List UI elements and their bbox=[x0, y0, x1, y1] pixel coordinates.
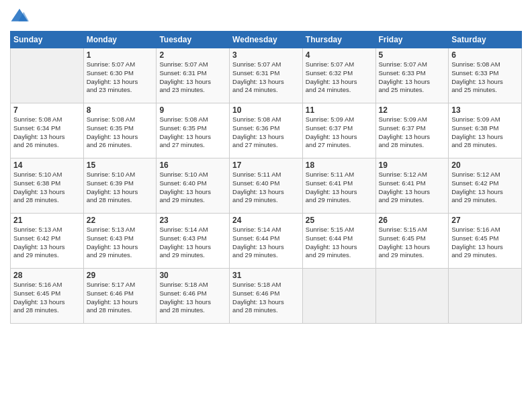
day-number: 11 bbox=[306, 105, 373, 115]
day-number: 25 bbox=[306, 216, 373, 225]
day-info: Sunrise: 5:14 AMSunset: 6:44 PMDaylight:… bbox=[232, 226, 300, 260]
calendar-cell: 16Sunrise: 5:10 AMSunset: 6:40 PMDayligh… bbox=[157, 158, 230, 214]
calendar-cell: 12Sunrise: 5:09 AMSunset: 6:37 PMDayligh… bbox=[375, 103, 449, 158]
header-row: SundayMondayTuesdayWednesdayThursdayFrid… bbox=[11, 32, 522, 48]
day-header-monday: Monday bbox=[83, 32, 157, 48]
calendar-cell: 29Sunrise: 5:17 AMSunset: 6:46 PMDayligh… bbox=[83, 269, 157, 324]
day-info: Sunrise: 5:10 AMSunset: 6:38 PMDaylight:… bbox=[13, 171, 81, 205]
calendar-cell: 18Sunrise: 5:11 AMSunset: 6:41 PMDayligh… bbox=[302, 158, 375, 214]
day-number: 1 bbox=[87, 50, 154, 60]
week-row-2: 7Sunrise: 5:08 AMSunset: 6:34 PMDaylight… bbox=[11, 103, 522, 158]
day-header-friday: Friday bbox=[375, 32, 449, 48]
day-number: 18 bbox=[306, 161, 373, 170]
day-number: 27 bbox=[451, 216, 519, 225]
calendar-cell: 27Sunrise: 5:16 AMSunset: 6:45 PMDayligh… bbox=[449, 214, 522, 269]
calendar-cell: 21Sunrise: 5:13 AMSunset: 6:42 PMDayligh… bbox=[11, 214, 84, 269]
day-info: Sunrise: 5:13 AMSunset: 6:43 PMDaylight:… bbox=[87, 226, 154, 260]
calendar-cell: 6Sunrise: 5:08 AMSunset: 6:33 PMDaylight… bbox=[449, 48, 522, 103]
day-info: Sunrise: 5:15 AMSunset: 6:44 PMDaylight:… bbox=[306, 226, 373, 260]
day-number: 29 bbox=[87, 271, 154, 280]
calendar-cell: 23Sunrise: 5:14 AMSunset: 6:43 PMDayligh… bbox=[157, 214, 230, 269]
day-number: 14 bbox=[13, 161, 81, 170]
day-number: 9 bbox=[159, 105, 226, 115]
calendar-cell: 13Sunrise: 5:09 AMSunset: 6:38 PMDayligh… bbox=[449, 103, 522, 158]
day-info: Sunrise: 5:12 AMSunset: 6:41 PMDaylight:… bbox=[379, 171, 446, 205]
day-info: Sunrise: 5:10 AMSunset: 6:40 PMDaylight:… bbox=[159, 171, 226, 205]
day-number: 2 bbox=[159, 50, 226, 60]
day-number: 5 bbox=[379, 50, 446, 60]
day-info: Sunrise: 5:10 AMSunset: 6:39 PMDaylight:… bbox=[87, 171, 154, 205]
day-number: 20 bbox=[451, 161, 519, 170]
calendar-cell: 10Sunrise: 5:08 AMSunset: 6:36 PMDayligh… bbox=[230, 103, 303, 158]
day-info: Sunrise: 5:17 AMSunset: 6:46 PMDaylight:… bbox=[87, 281, 154, 315]
calendar: SundayMondayTuesdayWednesdayThursdayFrid… bbox=[10, 31, 522, 324]
calendar-cell bbox=[375, 269, 449, 324]
calendar-cell: 4Sunrise: 5:07 AMSunset: 6:32 PMDaylight… bbox=[302, 48, 375, 103]
day-info: Sunrise: 5:18 AMSunset: 6:46 PMDaylight:… bbox=[159, 281, 226, 315]
calendar-cell: 15Sunrise: 5:10 AMSunset: 6:39 PMDayligh… bbox=[83, 158, 157, 214]
calendar-cell: 1Sunrise: 5:07 AMSunset: 6:30 PMDaylight… bbox=[83, 48, 157, 103]
logo-icon bbox=[10, 7, 29, 26]
day-info: Sunrise: 5:16 AMSunset: 6:45 PMDaylight:… bbox=[451, 226, 519, 260]
week-row-1: 1Sunrise: 5:07 AMSunset: 6:30 PMDaylight… bbox=[11, 48, 522, 103]
calendar-cell: 9Sunrise: 5:08 AMSunset: 6:35 PMDaylight… bbox=[157, 103, 230, 158]
calendar-cell: 20Sunrise: 5:12 AMSunset: 6:42 PMDayligh… bbox=[449, 158, 522, 214]
day-number: 8 bbox=[87, 105, 154, 115]
calendar-cell: 19Sunrise: 5:12 AMSunset: 6:41 PMDayligh… bbox=[375, 158, 449, 214]
day-info: Sunrise: 5:07 AMSunset: 6:30 PMDaylight:… bbox=[87, 60, 154, 95]
calendar-cell bbox=[302, 269, 375, 324]
day-number: 28 bbox=[13, 271, 81, 280]
day-number: 26 bbox=[379, 216, 446, 225]
day-number: 22 bbox=[87, 216, 154, 225]
day-header-wednesday: Wednesday bbox=[230, 32, 303, 48]
calendar-cell: 22Sunrise: 5:13 AMSunset: 6:43 PMDayligh… bbox=[83, 214, 157, 269]
day-number: 6 bbox=[451, 50, 519, 60]
day-number: 10 bbox=[232, 105, 300, 115]
calendar-cell: 8Sunrise: 5:08 AMSunset: 6:35 PMDaylight… bbox=[83, 103, 157, 158]
day-info: Sunrise: 5:11 AMSunset: 6:40 PMDaylight:… bbox=[232, 171, 300, 205]
day-info: Sunrise: 5:08 AMSunset: 6:33 PMDaylight:… bbox=[451, 60, 519, 95]
day-info: Sunrise: 5:18 AMSunset: 6:46 PMDaylight:… bbox=[232, 281, 300, 315]
calendar-cell: 14Sunrise: 5:10 AMSunset: 6:38 PMDayligh… bbox=[11, 158, 84, 214]
day-info: Sunrise: 5:09 AMSunset: 6:37 PMDaylight:… bbox=[306, 116, 373, 150]
logo bbox=[10, 7, 32, 26]
day-number: 4 bbox=[306, 50, 373, 60]
day-header-tuesday: Tuesday bbox=[157, 32, 230, 48]
day-number: 21 bbox=[13, 216, 81, 225]
day-number: 30 bbox=[159, 271, 226, 280]
day-info: Sunrise: 5:12 AMSunset: 6:42 PMDaylight:… bbox=[451, 171, 519, 205]
calendar-cell: 11Sunrise: 5:09 AMSunset: 6:37 PMDayligh… bbox=[302, 103, 375, 158]
calendar-cell bbox=[11, 48, 84, 103]
day-info: Sunrise: 5:08 AMSunset: 6:36 PMDaylight:… bbox=[232, 116, 300, 150]
day-info: Sunrise: 5:13 AMSunset: 6:42 PMDaylight:… bbox=[13, 226, 81, 260]
week-row-5: 28Sunrise: 5:16 AMSunset: 6:45 PMDayligh… bbox=[11, 269, 522, 324]
day-info: Sunrise: 5:16 AMSunset: 6:45 PMDaylight:… bbox=[13, 281, 81, 315]
calendar-cell: 7Sunrise: 5:08 AMSunset: 6:34 PMDaylight… bbox=[11, 103, 84, 158]
week-row-3: 14Sunrise: 5:10 AMSunset: 6:38 PMDayligh… bbox=[11, 158, 522, 214]
day-number: 24 bbox=[232, 216, 300, 225]
day-number: 17 bbox=[232, 161, 300, 170]
day-header-saturday: Saturday bbox=[449, 32, 522, 48]
day-number: 19 bbox=[379, 161, 446, 170]
day-number: 13 bbox=[451, 105, 519, 115]
day-info: Sunrise: 5:15 AMSunset: 6:45 PMDaylight:… bbox=[379, 226, 446, 260]
calendar-cell: 3Sunrise: 5:07 AMSunset: 6:31 PMDaylight… bbox=[230, 48, 303, 103]
day-header-thursday: Thursday bbox=[302, 32, 375, 48]
header bbox=[10, 7, 522, 26]
day-info: Sunrise: 5:08 AMSunset: 6:35 PMDaylight:… bbox=[87, 116, 154, 150]
calendar-cell: 5Sunrise: 5:07 AMSunset: 6:33 PMDaylight… bbox=[375, 48, 449, 103]
day-number: 3 bbox=[232, 50, 300, 60]
day-info: Sunrise: 5:07 AMSunset: 6:32 PMDaylight:… bbox=[306, 60, 373, 95]
calendar-cell: 28Sunrise: 5:16 AMSunset: 6:45 PMDayligh… bbox=[11, 269, 84, 324]
calendar-cell bbox=[449, 269, 522, 324]
day-info: Sunrise: 5:11 AMSunset: 6:41 PMDaylight:… bbox=[306, 171, 373, 205]
calendar-cell: 17Sunrise: 5:11 AMSunset: 6:40 PMDayligh… bbox=[230, 158, 303, 214]
day-info: Sunrise: 5:07 AMSunset: 6:31 PMDaylight:… bbox=[232, 60, 300, 95]
day-info: Sunrise: 5:14 AMSunset: 6:43 PMDaylight:… bbox=[159, 226, 226, 260]
day-number: 12 bbox=[379, 105, 446, 115]
calendar-cell: 2Sunrise: 5:07 AMSunset: 6:31 PMDaylight… bbox=[157, 48, 230, 103]
day-number: 23 bbox=[159, 216, 226, 225]
calendar-cell: 30Sunrise: 5:18 AMSunset: 6:46 PMDayligh… bbox=[157, 269, 230, 324]
calendar-cell: 26Sunrise: 5:15 AMSunset: 6:45 PMDayligh… bbox=[375, 214, 449, 269]
day-info: Sunrise: 5:09 AMSunset: 6:38 PMDaylight:… bbox=[451, 116, 519, 150]
